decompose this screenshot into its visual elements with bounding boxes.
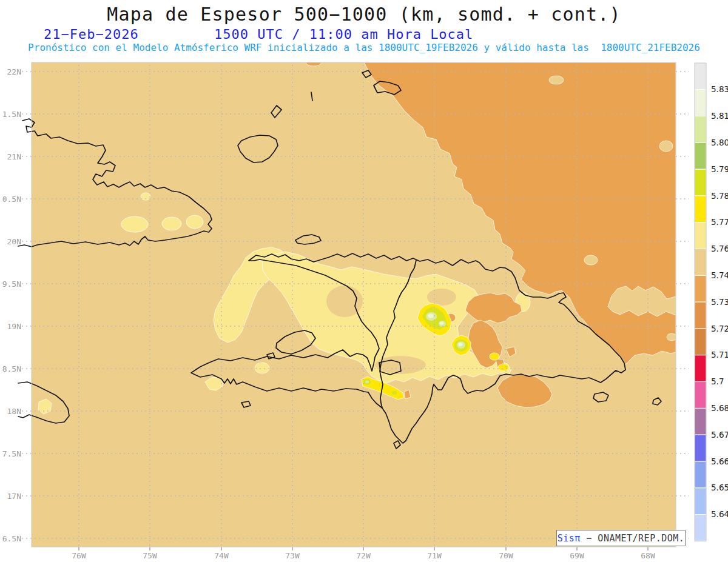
- lat-tick-label: 1.5N: [2, 110, 21, 119]
- colorbar-label: 5.807: [711, 138, 728, 147]
- colorbar-segment: [695, 142, 706, 169]
- colorbar-label: 5.748: [711, 270, 728, 280]
- colorbar-segment: [695, 382, 706, 409]
- attribution-suffix: − ONAMET/REP.DOM.: [581, 533, 685, 544]
- field-palegreen-dot: [365, 381, 369, 384]
- colorbar-segment: [695, 249, 706, 276]
- field-tan-spot: [549, 76, 564, 84]
- thickness-shading: [32, 59, 676, 547]
- field-yellow-spot: [498, 364, 509, 371]
- weather-map-page: Mapa de Espesor 500−1000 (km, somd. + co…: [0, 0, 728, 562]
- lon-tick-label: 74W: [214, 551, 229, 560]
- colorbar-label: 5.76: [711, 244, 728, 253]
- field-paleyellow-cuba: [162, 217, 181, 230]
- colorbar-label: 5.795: [711, 164, 728, 174]
- colorbar-segment: [695, 488, 706, 515]
- colorbar-segment: [695, 196, 706, 222]
- colorbar-label: 5.64: [711, 509, 728, 519]
- longitude-axis: 76W75W74W73W72W71W70W69W68W: [72, 547, 655, 560]
- colorbar-label: 5.819: [711, 111, 728, 121]
- colorbar-label: 5.724: [711, 324, 728, 333]
- field-tan-spot: [659, 141, 673, 152]
- latitude-axis: 22N1.5N21N0.5N20N9.5N19N8.5N18N7.5N17N6.…: [2, 67, 21, 543]
- lon-tick-label: 72W: [356, 551, 371, 560]
- colorbar-segment: [695, 302, 706, 329]
- colorbar-segment: [695, 275, 706, 302]
- map-canvas: 22N1.5N21N0.5N20N9.5N19N8.5N18N7.5N17N6.…: [0, 0, 728, 562]
- lat-tick-label: 20N: [7, 237, 21, 246]
- lat-tick-label: 19N: [7, 322, 21, 331]
- attribution-box: Sisπ − ONAMET/REP.DOM.: [556, 530, 686, 546]
- lat-tick-label: 0.5N: [2, 195, 21, 204]
- colorbar-label: 5.831: [711, 84, 728, 94]
- field-paleyellow-cuba: [186, 215, 203, 229]
- attribution-brand: Sisπ: [558, 533, 581, 544]
- field-tan-spot: [584, 255, 598, 265]
- colorbar-label: 5.688: [711, 403, 728, 413]
- lon-tick-label: 68W: [641, 551, 655, 560]
- colorbar-label: 5.783: [711, 191, 728, 201]
- field-paleyellow-cuba: [121, 216, 148, 232]
- colorbar-segment: [695, 461, 706, 488]
- colorbar-segment: [695, 63, 706, 90]
- colorbar-label: 5.712: [711, 350, 728, 360]
- field-peak-core: [440, 322, 444, 325]
- lon-tick-label: 73W: [285, 551, 300, 560]
- colorbar-legend: 5.8315.8195.8075.7955.7835.7725.765.7485…: [695, 63, 728, 541]
- lon-tick-label: 71W: [427, 551, 442, 560]
- field-peak-core: [459, 343, 463, 346]
- colorbar-label: 5.664: [711, 457, 728, 466]
- lon-tick-label: 75W: [143, 551, 157, 560]
- lat-tick-label: 8.5N: [2, 364, 21, 373]
- colorbar-label: 5.676: [711, 430, 728, 440]
- lat-tick-label: 17N: [7, 492, 21, 501]
- colorbar-label: 5.652: [711, 483, 728, 492]
- lon-tick-label: 70W: [499, 551, 513, 560]
- colorbar-label: 5.7: [711, 376, 724, 386]
- colorbar-label: 5.736: [711, 297, 728, 307]
- field-yellow-spot: [490, 353, 499, 360]
- lon-tick-label: 69W: [570, 551, 584, 560]
- field-tan-spot: [667, 333, 676, 341]
- lat-tick-label: 22N: [7, 67, 21, 76]
- colorbar-segment: [695, 169, 706, 196]
- field-peak-core: [428, 314, 434, 318]
- lat-tick-label: 21N: [7, 152, 21, 161]
- colorbar-segment: [695, 435, 706, 461]
- colorbar-segment: [695, 116, 706, 143]
- colorbar-segment: [695, 329, 706, 355]
- colorbar-segment: [695, 355, 706, 382]
- field-paleyellow-spot: [255, 363, 269, 373]
- lat-tick-label: 7.5N: [2, 449, 21, 458]
- colorbar-segment: [695, 408, 706, 435]
- colorbar-segment: [695, 90, 706, 116]
- colorbar-label: 5.772: [711, 217, 728, 227]
- lat-tick-label: 9.5N: [2, 279, 21, 289]
- colorbar-segment: [695, 222, 706, 249]
- colorbar-segment: [695, 515, 706, 541]
- lat-tick-label: 18N: [7, 407, 21, 416]
- lat-tick-label: 6.5N: [2, 534, 21, 543]
- lon-tick-label: 76W: [72, 551, 86, 560]
- field-chartreuse-dot: [392, 391, 397, 395]
